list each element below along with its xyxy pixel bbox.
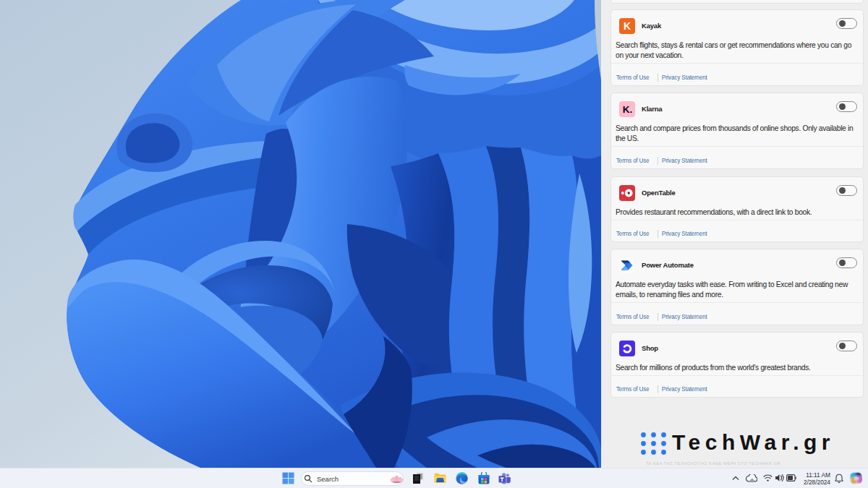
svg-text:TechWar.gr: TechWar.gr bbox=[672, 432, 835, 454]
svg-text:K: K bbox=[624, 20, 631, 32]
svg-text:K.: K. bbox=[623, 104, 633, 115]
